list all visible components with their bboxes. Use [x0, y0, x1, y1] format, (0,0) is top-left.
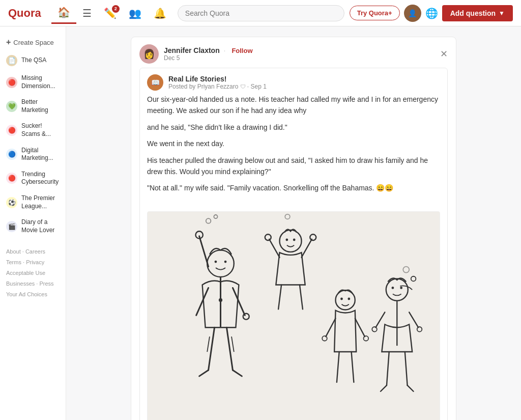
inner-post-date: Sep 1: [250, 83, 266, 90]
footer-careers-link[interactable]: Careers: [25, 248, 45, 255]
sidebar-item-the-qsa[interactable]: 📄 The QSA: [0, 51, 66, 70]
svg-point-4: [224, 260, 227, 263]
sidebar-icon-trending-cybersecurity: 🔴: [6, 173, 17, 184]
sidebar-item-premier-league[interactable]: ⚽ The Premier League...: [0, 190, 66, 214]
svg-point-48: [214, 215, 217, 218]
write-nav-button[interactable]: ✏️ 2: [98, 3, 123, 23]
sidebar-item-better-marketing[interactable]: 💚 Better Marketing: [0, 94, 66, 118]
svg-point-22: [310, 234, 316, 240]
search-input[interactable]: [178, 5, 344, 21]
sidebar-item-diary-movie-lover[interactable]: 🎬 Diary of a Movie Lover: [0, 214, 66, 238]
footer-acceptable-use-link[interactable]: Acceptable Use: [6, 270, 45, 276]
svg-line-14: [207, 337, 210, 352]
footer-about-link[interactable]: About: [6, 248, 21, 255]
avatar-image: 👤: [408, 9, 417, 17]
post-paragraph-1: Our six-year-old handed us a note. His t…: [147, 94, 440, 117]
figure-4: [372, 276, 422, 391]
svg-line-44: [381, 385, 387, 391]
posted-by-text: Posted by Priyan Fezzaro: [168, 83, 238, 90]
svg-point-30: [322, 336, 327, 341]
inner-post-sub: Posted by Priyan Fezzaro 🛡 · Sep 1: [168, 83, 267, 90]
sidebar-label-the-qsa: The QSA: [21, 57, 46, 65]
post-paragraph-2: and he said, "She didn't like a drawing …: [147, 122, 440, 133]
sidebar-label-diary-movie-lover: Diary of a Movie Lover: [21, 218, 60, 234]
footer-businesses-link[interactable]: Businesses: [6, 281, 35, 287]
svg-line-45: [408, 385, 414, 391]
svg-point-31: [364, 336, 369, 341]
try-plus-button[interactable]: Try Quora+: [350, 6, 400, 20]
close-button[interactable]: ✕: [440, 49, 448, 59]
svg-point-26: [340, 297, 343, 300]
user-avatar-nav[interactable]: 👤: [404, 5, 421, 22]
sidebar-icon-digital-marketing: 🔵: [6, 149, 17, 160]
svg-point-41: [417, 327, 422, 332]
main-layout: + Create Space 📄 The QSA 🔴 Missing Dimen…: [0, 26, 521, 420]
svg-point-2: [207, 250, 234, 277]
notifications-nav-button[interactable]: 🔔: [148, 3, 172, 23]
list-icon: ☰: [82, 8, 92, 19]
sidebar-footer: About · Careers Terms · Privacy Acceptab…: [0, 238, 66, 303]
svg-point-3: [215, 260, 217, 263]
svg-line-19: [269, 239, 279, 258]
figure-1: [195, 231, 249, 376]
svg-point-46: [411, 276, 416, 281]
svg-line-12: [233, 370, 242, 376]
plus-icon: +: [6, 38, 11, 47]
separator: ·: [224, 46, 226, 54]
svg-line-33: [352, 352, 354, 382]
card-header: 👩 Jennifer Claxton · Follow Dec 5 ✕: [131, 37, 456, 68]
sidebar-item-missing-dimension[interactable]: 🔴 Missing Dimension...: [0, 70, 66, 94]
post-paragraph-4: His teacher pulled the drawing below out…: [147, 155, 440, 178]
post-paragraph-3: We went in the next day.: [147, 138, 440, 149]
post-paragraph-5: "Not at all." my wife said. "Family vaca…: [147, 182, 440, 193]
main-content: 👩 Jennifer Claxton · Follow Dec 5 ✕ 📖: [66, 26, 521, 420]
svg-point-17: [285, 238, 288, 241]
create-space-button[interactable]: + Create Space: [0, 34, 66, 51]
post-card: 👩 Jennifer Claxton · Follow Dec 5 ✕ 📖: [131, 37, 456, 420]
sidebar-item-digital-marketing[interactable]: 🔵 Digital Marketing...: [0, 143, 66, 166]
sidebar-icon-diary-movie-lover: 🎬: [6, 221, 17, 232]
bell-icon: 🔔: [154, 8, 166, 19]
svg-point-47: [206, 218, 211, 223]
svg-line-9: [209, 327, 215, 370]
footer-terms-link[interactable]: Terms: [6, 259, 21, 265]
author-info: Jennifer Claxton · Follow Dec 5: [164, 46, 253, 62]
footer-press-link[interactable]: Press: [39, 281, 53, 287]
language-button[interactable]: 🌐: [425, 7, 438, 19]
svg-point-21: [265, 234, 271, 240]
svg-line-43: [405, 352, 408, 385]
svg-line-38: [375, 312, 385, 327]
follow-button[interactable]: Follow: [231, 47, 252, 54]
post-date: Dec 5: [164, 54, 253, 62]
add-question-button[interactable]: Add question ▼: [442, 5, 513, 21]
feed-nav-button[interactable]: ☰: [76, 3, 98, 23]
figure-3: [322, 290, 368, 382]
svg-line-42: [387, 352, 389, 385]
people-nav-button[interactable]: 👥: [123, 3, 148, 23]
svg-line-15: [231, 337, 234, 352]
figure-2: [265, 229, 316, 309]
quora-logo[interactable]: Quora: [8, 7, 41, 20]
top-navigation: Quora 🏠 ☰ ✏️ 2 👥 🔔 Try Quora+ 👤 🌐 Add qu…: [0, 0, 521, 26]
sidebar-label-sucker-scams: Sucker! Scams &...: [21, 122, 60, 138]
home-nav-button[interactable]: 🏠: [51, 2, 76, 24]
post-drawing-svg: [148, 212, 440, 420]
sidebar-label-premier-league: The Premier League...: [21, 194, 60, 210]
svg-point-7: [243, 313, 249, 319]
footer-privacy-link[interactable]: Privacy: [26, 259, 44, 265]
svg-line-29: [355, 318, 365, 337]
svg-line-24: [300, 285, 303, 309]
post-body: Our six-year-old handed us a note. His t…: [140, 94, 447, 206]
inner-post-header: 📖 Real Life Stories! Posted by Priyan Fe…: [140, 68, 447, 94]
sidebar: + Create Space 📄 The QSA 🔴 Missing Dimen…: [0, 26, 66, 420]
sidebar-item-trending-cybersecurity[interactable]: 🔴 Trending Cybersecurity: [0, 166, 66, 190]
sidebar-item-sucker-scams[interactable]: 🔴 Sucker! Scams &...: [0, 118, 66, 142]
footer-ad-choices-link[interactable]: Your Ad Choices: [6, 291, 47, 297]
author-name[interactable]: Jennifer Claxton: [164, 46, 220, 54]
author-avatar[interactable]: 👩: [139, 44, 159, 64]
svg-line-20: [302, 239, 312, 258]
svg-line-39: [409, 312, 418, 327]
svg-point-13: [219, 298, 222, 302]
inner-post-title: Real Life Stories!: [168, 75, 267, 83]
add-question-label: Add question: [450, 9, 496, 17]
